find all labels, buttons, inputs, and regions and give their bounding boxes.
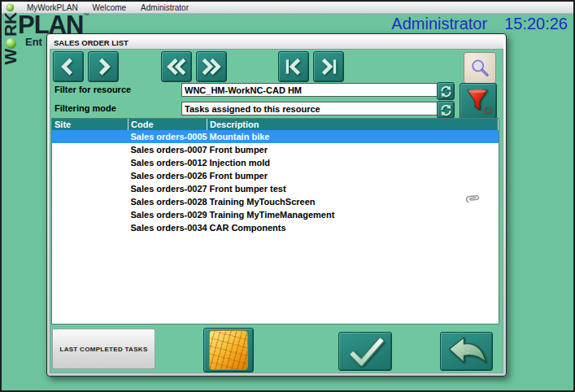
first-record-button[interactable] xyxy=(278,51,309,82)
table-row[interactable]: Sales orders-0012Injection mold xyxy=(52,156,499,169)
chevron-left-icon xyxy=(58,56,79,77)
onscreen-keyboard-button[interactable] xyxy=(203,328,254,372)
order-table-body: Sales orders-0005Mountain bikeSales orde… xyxy=(52,130,499,234)
table-row[interactable]: Sales orders-0005Mountain bike xyxy=(52,130,499,143)
last-record-button[interactable] xyxy=(313,51,344,82)
fast-next-button[interactable] xyxy=(196,51,227,82)
search-button[interactable] xyxy=(464,52,496,84)
logo-letter: K xyxy=(4,12,16,24)
onscreen-keyboard-icon xyxy=(209,330,248,370)
cell-site[interactable] xyxy=(52,221,129,234)
cell-code[interactable]: Sales orders-0026 xyxy=(129,169,207,182)
previous-record-button[interactable] xyxy=(53,51,84,82)
occluded-text-fragment: Ent xyxy=(25,36,42,48)
dialog-content: Filter for resource Filtering mode xyxy=(50,49,503,373)
filter-resource-input[interactable] xyxy=(181,83,439,97)
cell-site[interactable] xyxy=(52,182,129,195)
table-row[interactable]: Sales orders-0028Training MyTouchScreen xyxy=(52,195,499,208)
cell-code[interactable]: Sales orders-0034 xyxy=(129,221,207,234)
cell-description[interactable]: CAR Components xyxy=(207,221,499,234)
cell-code[interactable]: Sales orders-0007 xyxy=(129,143,207,156)
magnifier-icon xyxy=(469,56,490,81)
double-chevron-left-icon xyxy=(165,56,188,77)
cell-site[interactable] xyxy=(52,195,129,208)
first-record-icon xyxy=(283,56,304,77)
green-orb-icon xyxy=(7,4,14,11)
menu-administrator[interactable]: Administrator xyxy=(139,3,190,12)
cell-description[interactable]: Mountain bike xyxy=(207,130,499,143)
application-window: MyWorkPLAN Welcome Administrator K R W P… xyxy=(0,0,575,392)
column-header-code[interactable]: Code xyxy=(129,119,207,130)
cell-description[interactable]: Injection mold xyxy=(207,156,499,169)
cell-code[interactable]: Sales orders-0005 xyxy=(129,130,207,143)
double-chevron-right-icon xyxy=(200,56,223,77)
filtering-mode-label: Filtering mode xyxy=(54,103,116,113)
cell-code[interactable]: Sales orders-0027 xyxy=(129,182,207,195)
column-header-description[interactable]: Description xyxy=(207,119,499,130)
cell-description[interactable]: Training MyTouchScreen xyxy=(207,195,499,208)
cell-description[interactable]: Training MyTimeManagement xyxy=(207,208,499,221)
cell-site[interactable] xyxy=(52,143,129,156)
funnel-filter-icon xyxy=(464,88,492,115)
cell-description[interactable]: Front bumper test xyxy=(207,182,499,195)
cell-site[interactable] xyxy=(52,156,129,169)
status-area: Administrator 15:20:26 xyxy=(391,15,568,33)
dialog-title: SALES ORDER LIST xyxy=(50,37,503,49)
fast-previous-button[interactable] xyxy=(161,51,192,82)
menu-welcome[interactable]: Welcome xyxy=(91,3,129,12)
green-sphere-icon xyxy=(6,38,16,49)
refresh-icon xyxy=(439,103,453,117)
logged-in-user: Administrator xyxy=(391,15,487,33)
logo-letter: R xyxy=(4,24,16,37)
clock: 15:20:26 xyxy=(504,15,568,33)
last-completed-tasks-button[interactable]: LAST COMPLETED TASKS xyxy=(52,329,155,369)
cell-site[interactable] xyxy=(52,208,129,221)
table-row[interactable]: Sales orders-0027Front bumper test xyxy=(52,182,499,195)
table-row[interactable]: Sales orders-0026Front bumper xyxy=(52,169,499,182)
trademark-mark: ™ xyxy=(83,12,88,18)
column-header-site[interactable]: Site xyxy=(52,119,129,130)
refresh-icon xyxy=(439,85,453,98)
sales-order-table: Site Code Description Sales orders-0005M… xyxy=(51,118,499,324)
cell-site[interactable] xyxy=(52,169,129,182)
cell-code[interactable]: Sales orders-0029 xyxy=(129,208,207,221)
checkmark-confirm-icon xyxy=(342,334,388,368)
workplan-logo-vertical: K R W xyxy=(2,12,20,63)
filtering-mode-input[interactable] xyxy=(181,102,439,115)
filter-resource-label: Filter for resource xyxy=(54,85,131,94)
table-row[interactable]: Sales orders-0029Training MyTimeManageme… xyxy=(52,208,499,221)
cell-code[interactable]: Sales orders-0012 xyxy=(129,156,207,169)
table-row[interactable]: Sales orders-0007Front bumper xyxy=(52,143,499,156)
cell-site[interactable] xyxy=(52,130,129,143)
apply-filter-button[interactable] xyxy=(460,83,497,120)
last-record-icon xyxy=(318,56,339,77)
table-header-row: Site Code Description xyxy=(52,119,499,130)
table-row[interactable]: Sales orders-0034CAR Components xyxy=(52,221,499,234)
cell-description[interactable]: Front bumper xyxy=(207,143,499,156)
cell-description[interactable]: Front bumper xyxy=(207,169,499,182)
sales-order-list-dialog: SALES ORDER LIST xyxy=(46,33,507,377)
cell-code[interactable]: Sales orders-0028 xyxy=(129,195,207,208)
next-record-button[interactable] xyxy=(88,51,119,82)
logo-letter: W xyxy=(4,49,16,65)
back-button[interactable] xyxy=(440,332,493,371)
client-area: K R W PLAN™ Ent Administrator 15:20:26 S… xyxy=(2,14,573,390)
back-arrow-icon xyxy=(445,334,489,368)
refresh-resource-button[interactable] xyxy=(437,82,455,100)
chevron-right-icon xyxy=(93,56,114,77)
refresh-mode-button[interactable] xyxy=(437,101,455,119)
confirm-button[interactable] xyxy=(338,332,392,371)
